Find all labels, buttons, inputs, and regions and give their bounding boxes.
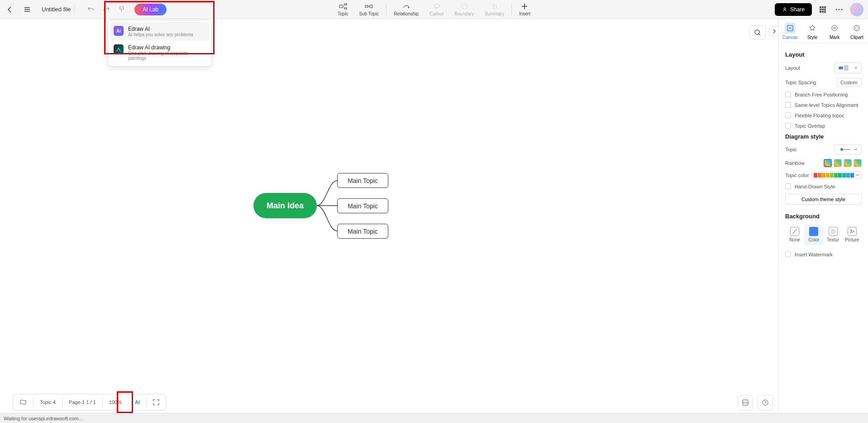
svg-point-20 <box>841 9 843 10</box>
topic-count[interactable]: Topic 4 <box>33 394 62 410</box>
plus-icon <box>520 2 529 10</box>
topic-node-2[interactable]: Main Topic <box>337 198 388 213</box>
svg-rect-3 <box>344 8 347 9</box>
zoom-level[interactable]: 100% <box>103 394 128 410</box>
panel-expand-button[interactable] <box>769 26 778 36</box>
boundary-tool: Boundary <box>449 0 479 19</box>
svg-rect-28 <box>787 25 793 31</box>
topic-style-select[interactable] <box>835 144 862 154</box>
undo-button[interactable] <box>86 5 95 14</box>
fullscreen-button[interactable] <box>147 394 166 410</box>
svg-rect-10 <box>822 6 824 8</box>
more-button[interactable] <box>834 4 844 15</box>
canvas[interactable]: Main Idea Main Topic Main Topic Main Top… <box>0 19 778 410</box>
tab-clipart[interactable]: Clipart <box>846 19 868 43</box>
layout-label: Layout <box>785 65 800 71</box>
rainbow-opt-2[interactable] <box>834 159 842 167</box>
topic-color-label: Topic color <box>785 173 809 178</box>
relationship-icon <box>402 2 410 10</box>
topic-spacing-button[interactable]: Custom <box>836 78 862 87</box>
insert-tool[interactable]: Insert <box>514 0 536 19</box>
share-button[interactable]: Share <box>775 3 812 16</box>
bg-color[interactable]: Color <box>804 224 823 245</box>
page-indicator[interactable]: Page-1 1 / 1 <box>62 394 102 410</box>
search-button[interactable] <box>749 25 766 40</box>
callout-icon <box>433 2 441 10</box>
svg-point-33 <box>850 230 852 231</box>
user-avatar[interactable] <box>850 3 863 16</box>
svg-rect-12 <box>820 9 821 10</box>
same-level-checkbox[interactable]: Same-level Topics Alignment <box>785 102 862 108</box>
topic-tool[interactable]: Topic <box>332 0 353 19</box>
layout-select[interactable] <box>835 62 862 73</box>
rainbow-opt-3[interactable] <box>844 159 852 167</box>
font-button[interactable]: Fn <box>738 395 753 410</box>
center-tools: Topic Sub Topic Relationship Callout Bou… <box>332 0 536 19</box>
svg-point-18 <box>836 9 837 10</box>
overlap-checkbox[interactable]: Topic Overlap <box>785 123 862 129</box>
svg-rect-9 <box>820 6 821 8</box>
file-name[interactable]: Untitled file <box>42 6 71 13</box>
tab-mark[interactable]: Mark <box>824 19 846 43</box>
svg-rect-2 <box>344 4 347 5</box>
status-bar: Waiting for userapi.edrawsoft.com... <box>0 413 868 423</box>
relationship-tool[interactable]: Relationship <box>388 0 424 19</box>
flexible-checkbox[interactable]: Flexible Floating topoc <box>785 112 862 118</box>
right-tools: Share <box>775 3 863 16</box>
back-button[interactable] <box>5 4 15 15</box>
bottom-right-tools: Fn ? <box>738 395 773 410</box>
mark-icon <box>829 23 840 34</box>
ai-lab-dropdown: Ai Edraw AI AI helps you solve any probl… <box>108 20 212 67</box>
svg-rect-5 <box>370 5 372 8</box>
svg-point-30 <box>832 25 837 31</box>
svg-rect-14 <box>824 9 826 10</box>
background-title: Background <box>785 213 862 220</box>
apps-button[interactable] <box>817 4 828 15</box>
edraw-ai-item[interactable]: Ai Edraw AI AI helps you solve any probl… <box>110 22 210 41</box>
rainbow-opt-4[interactable] <box>854 159 862 167</box>
clipart-icon <box>851 23 862 34</box>
format-painter-button[interactable] <box>117 5 126 14</box>
map-view-button[interactable] <box>13 394 33 410</box>
branch-free-checkbox[interactable]: Branch Free Positioning <box>785 91 862 97</box>
svg-point-27 <box>755 30 759 34</box>
diagram-style-title: Diagram style <box>785 133 862 140</box>
help-button[interactable]: ? <box>758 395 773 410</box>
tab-style[interactable]: Style <box>801 19 823 43</box>
canvas-icon <box>785 23 796 34</box>
svg-point-31 <box>834 27 835 29</box>
redo-button[interactable] <box>102 5 111 14</box>
menu-button[interactable] <box>22 4 33 15</box>
ai-button[interactable]: AI <box>129 394 146 410</box>
layout-section-title: Layout <box>785 51 862 58</box>
topic-color-select[interactable] <box>811 172 862 179</box>
hand-drawn-checkbox[interactable]: Hand-Drawn Style <box>785 183 862 189</box>
main-idea-node[interactable]: Main Idea <box>253 193 317 218</box>
subtopic-tool[interactable]: Sub Topic <box>353 0 384 19</box>
ai-lab-button[interactable]: AI Lab <box>134 4 167 15</box>
bottom-toolbar: Topic 4 Page-1 1 / 1 100% AI <box>13 394 166 410</box>
svg-rect-4 <box>365 5 368 7</box>
status-text: Waiting for userapi.edrawsoft.com... <box>4 416 83 421</box>
topic-spacing-label: Topic Spacing <box>785 80 816 85</box>
rainbow-opt-1[interactable] <box>824 159 832 167</box>
background-options: None Color Textur Picture <box>785 224 862 245</box>
bg-picture[interactable]: Picture <box>843 224 862 245</box>
svg-point-6 <box>434 4 439 8</box>
topic-node-1[interactable]: Main Topic <box>337 173 388 188</box>
topic-node-3[interactable]: Main Topic <box>337 224 388 239</box>
svg-rect-11 <box>824 6 826 8</box>
svg-text:?: ? <box>764 400 766 405</box>
bg-none[interactable]: None <box>785 224 804 245</box>
svg-point-8 <box>784 8 786 10</box>
custom-theme-button[interactable]: Custom theme style <box>785 194 862 205</box>
watermark-checkbox[interactable]: Insert Watermark <box>785 251 862 257</box>
svg-rect-13 <box>822 9 824 10</box>
bg-texture[interactable]: Textur <box>824 224 843 245</box>
svg-point-32 <box>854 25 859 31</box>
svg-rect-0 <box>120 7 124 9</box>
rainbow-label: Rainbow <box>785 160 805 166</box>
tab-canvas[interactable]: Canvas <box>779 19 801 43</box>
edraw-ai-drawing-item[interactable]: Edraw AI drawing One click drawing of ex… <box>110 41 210 64</box>
ai-icon: Ai <box>114 26 124 36</box>
